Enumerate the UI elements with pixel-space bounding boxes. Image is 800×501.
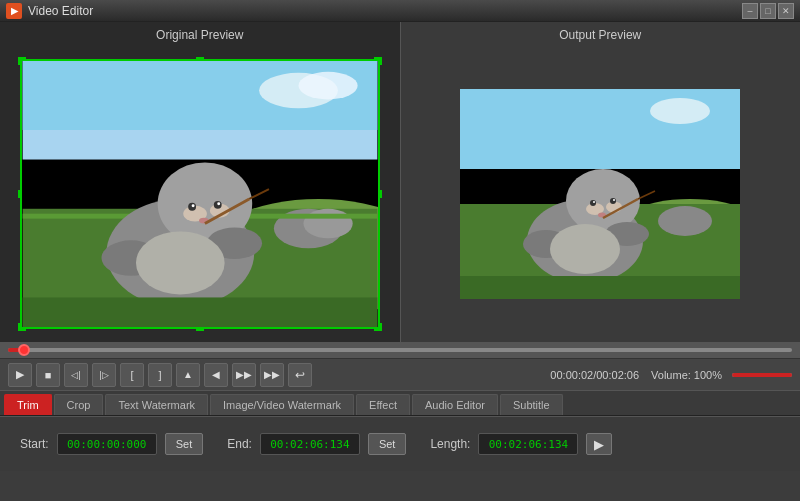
app-icon: ▶ (6, 3, 22, 19)
set-start-button[interactable]: Set (165, 433, 204, 455)
volume-slider[interactable] (732, 373, 792, 377)
controls-bar: ▶ ■ ◁| |▷ [ ] ▲ ◀ ▶▶ ▶▶ ↩ 00:00:02/00:02… (0, 358, 800, 390)
start-input[interactable] (57, 433, 157, 455)
minimize-button[interactable]: – (742, 3, 758, 19)
next-button[interactable]: ▶ (586, 433, 612, 455)
svg-point-25 (650, 98, 710, 124)
scrubber-track[interactable] (8, 348, 792, 352)
output-video-container (401, 46, 801, 342)
svg-point-15 (191, 204, 194, 207)
next-frame-button[interactable]: |▷ (92, 363, 116, 387)
svg-point-35 (593, 201, 595, 203)
set-end-button[interactable]: Set (368, 433, 407, 455)
svg-point-7 (303, 209, 352, 239)
tab-subtitle[interactable]: Subtitle (500, 394, 563, 415)
close-button[interactable]: ✕ (778, 3, 794, 19)
stop-button[interactable]: ■ (36, 363, 60, 387)
bottom-bar: Start: Set End: Set Length: 00:02:06:134… (0, 416, 800, 471)
maximize-button[interactable]: □ (760, 3, 776, 19)
volume-fill (732, 373, 792, 377)
window-controls: – □ ✕ (742, 3, 794, 19)
scrubber-thumb[interactable] (18, 344, 30, 356)
tab-text-watermark[interactable]: Text Watermark (105, 394, 208, 415)
flip-v-button[interactable]: ▶▶ (232, 363, 256, 387)
rotate-button[interactable]: ▲ (176, 363, 200, 387)
svg-point-36 (613, 199, 615, 201)
tab-audio-editor[interactable]: Audio Editor (412, 394, 498, 415)
svg-line-19 (249, 189, 269, 199)
title-bar: ▶ Video Editor – □ ✕ (0, 0, 800, 22)
tab-bar: TrimCropText WatermarkImage/Video Waterm… (0, 390, 800, 416)
prev-frame-button[interactable]: ◁| (64, 363, 88, 387)
tab-effect[interactable]: Effect (356, 394, 410, 415)
output-video-frame (460, 89, 740, 299)
undo-button[interactable]: ↩ (288, 363, 312, 387)
svg-rect-43 (460, 276, 740, 299)
preview-area: Original Preview (0, 22, 800, 342)
crop-start-button[interactable]: [ (120, 363, 144, 387)
play-button[interactable]: ▶ (8, 363, 32, 387)
svg-rect-23 (22, 297, 377, 327)
original-preview-label: Original Preview (156, 22, 243, 46)
flip-h-button[interactable]: ◀ (204, 363, 228, 387)
svg-point-16 (217, 202, 220, 205)
output-preview-label: Output Preview (559, 22, 641, 46)
end-label: End: (227, 437, 252, 451)
start-label: Start: (20, 437, 49, 451)
volume-label: Volume: 100% (651, 369, 722, 381)
svg-point-42 (550, 224, 620, 274)
time-display: 00:00:02/00:02:06 (550, 369, 639, 381)
window-title: Video Editor (28, 4, 742, 18)
svg-point-34 (610, 198, 616, 204)
tab-trim[interactable]: Trim (4, 394, 52, 415)
svg-point-22 (136, 231, 225, 294)
original-preview-panel: Original Preview (0, 22, 401, 342)
tab-crop[interactable]: Crop (54, 394, 104, 415)
svg-point-28 (658, 206, 712, 236)
svg-point-3 (298, 72, 357, 100)
length-value: 00:02:06:134 (478, 433, 578, 455)
output-preview-panel: Output Preview (401, 22, 801, 342)
svg-line-39 (638, 191, 655, 199)
original-video-container (0, 46, 400, 342)
speed-button[interactable]: ▶▶ (260, 363, 284, 387)
svg-point-33 (590, 200, 596, 206)
length-label: Length: (430, 437, 470, 451)
end-input[interactable] (260, 433, 360, 455)
crop-end-button[interactable]: ] (148, 363, 172, 387)
scrubber-area[interactable] (0, 342, 800, 358)
original-video-border (20, 59, 380, 329)
tab-image-video-watermark[interactable]: Image/Video Watermark (210, 394, 354, 415)
original-video-frame (22, 61, 378, 327)
